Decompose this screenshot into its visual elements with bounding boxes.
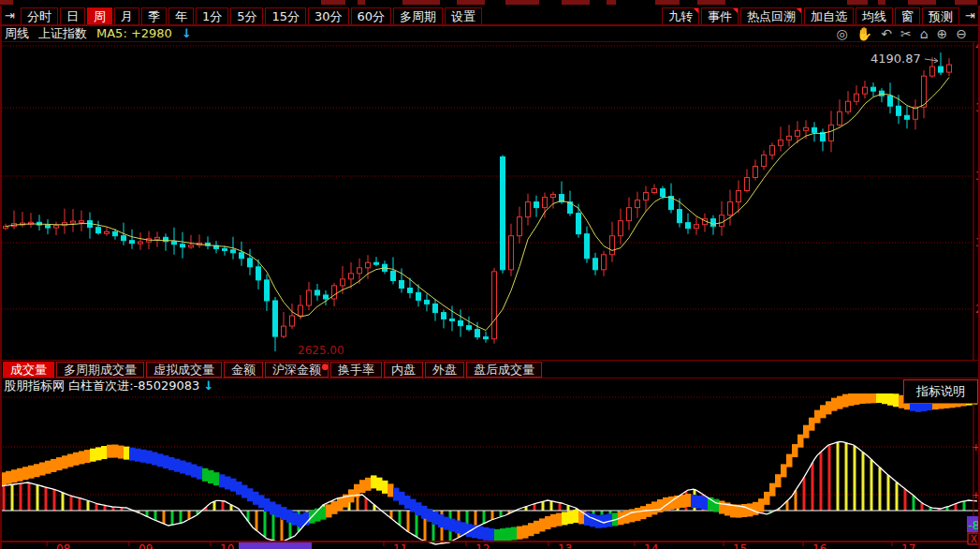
tab-金额[interactable]: 金额	[224, 362, 263, 378]
period-button-季[interactable]: 季	[141, 7, 167, 25]
indicator-ribbon-block	[292, 512, 299, 526]
tab-外盘[interactable]: 外盘	[425, 362, 464, 378]
ma5-down-arrow-icon: ↓	[182, 26, 192, 41]
indicator-ribbon-block	[696, 496, 703, 509]
jump-left-icon[interactable]: ⇥	[0, 8, 20, 22]
candle-body	[812, 127, 817, 132]
period-button-1分[interactable]: 1分	[196, 7, 228, 25]
indicator-ribbon-block	[887, 393, 894, 406]
indicator-ribbon-block	[225, 476, 231, 489]
indicator-ribbon-block	[107, 445, 113, 458]
main-candlestick-chart[interactable]: 425039003550320028504190.872625.00	[0, 42, 980, 360]
period-button-5分[interactable]: 5分	[230, 7, 263, 25]
indicator-ribbon-block	[567, 511, 574, 524]
indicator-ribbon-block	[281, 507, 287, 520]
period-button-分时[interactable]: 分时	[21, 7, 58, 25]
tool-button-窗[interactable]: 窗	[895, 7, 920, 25]
candle-body	[459, 320, 463, 325]
candle-body	[374, 262, 379, 264]
indicator-ribbon-block	[562, 512, 568, 525]
indicator-ribbon-block	[286, 510, 293, 523]
period-button-月[interactable]: 月	[114, 7, 139, 25]
indicator-ribbon-block	[730, 504, 737, 517]
jump-right-icon[interactable]: ⇥	[960, 8, 980, 22]
indicator-ribbon-block	[500, 528, 506, 542]
tab-内盘[interactable]: 内盘	[384, 362, 423, 378]
indicator-panel[interactable]: +5+3+108091011121314151617-8X	[0, 393, 980, 549]
candle-body	[863, 87, 868, 94]
period-button-15分[interactable]: 15分	[265, 7, 306, 25]
tab-虚拟成交量[interactable]: 虚拟成交量	[146, 362, 222, 378]
candle-body	[501, 156, 505, 269]
candle-body	[905, 115, 910, 119]
tool-button-热点回溯[interactable]: 热点回溯	[740, 7, 802, 25]
chart-tool-icons: ◎✋↶✂⌂⊕⊖	[836, 26, 980, 41]
indicator-ribbon-block	[236, 482, 242, 495]
indicator-ribbon-block	[62, 455, 68, 468]
period-button-多周期[interactable]: 多周期	[393, 7, 443, 25]
candle-body	[678, 210, 682, 223]
tab-换手率[interactable]: 换手率	[330, 362, 382, 378]
chart-title-row: 周线 上证指数 MA5: +2980 ↓ ◎✋↶✂⌂⊕⊖	[0, 26, 980, 41]
indicator-ribbon-block	[45, 461, 51, 474]
indicator-header: 股朋指标网 白柱首次进:-85029083 ↓	[0, 378, 980, 393]
indicator-ribbon-block	[534, 521, 540, 534]
period-button-周[interactable]: 周	[87, 7, 112, 25]
indicator-ribbon-block	[17, 468, 23, 482]
zoom-out-icon[interactable]: ⊖	[956, 26, 967, 41]
indicator-help-button[interactable]: 指标说明	[903, 379, 978, 404]
candle-body	[585, 234, 590, 259]
lock-icon[interactable]: ⌂	[920, 26, 929, 41]
tool-button-事件[interactable]: 事件	[701, 7, 739, 25]
period-button-日[interactable]: 日	[60, 7, 85, 25]
candle-body	[652, 189, 657, 193]
tab-成交量[interactable]: 成交量	[3, 362, 54, 378]
indicator-ribbon-block	[882, 393, 888, 404]
upper-toolbar-fragment	[878, 0, 885, 5]
period-button-设置[interactable]: 设置	[445, 7, 482, 25]
candle-body	[846, 101, 851, 111]
tab-盘后成交量[interactable]: 盘后成交量	[466, 362, 542, 378]
tool-button-加自选[interactable]: 加自选	[804, 7, 854, 25]
indicator-ribbon-block	[814, 410, 821, 423]
indicator-ribbon-block	[28, 466, 35, 479]
indicator-ribbon-block	[51, 459, 57, 472]
candle-body	[265, 280, 270, 301]
zoom-in-icon[interactable]: ⊕	[937, 26, 948, 41]
close-x-icon[interactable]: X	[971, 534, 977, 544]
indicator-ribbon-block	[640, 506, 647, 519]
indicator-ribbon-block	[129, 448, 136, 461]
tool-button-均线[interactable]: 均线	[856, 7, 893, 25]
scissors-icon[interactable]: ✂	[900, 26, 912, 41]
hand-icon[interactable]: ✋	[856, 26, 872, 41]
indicator-ribbon-block	[680, 495, 686, 508]
tool-button-预测[interactable]: 预测	[922, 7, 959, 25]
period-button-60分[interactable]: 60分	[351, 7, 392, 25]
period-button-年[interactable]: 年	[168, 7, 194, 25]
period-buttons: 分时日周月季年1分5分15分30分60分多周期设置	[20, 7, 483, 25]
tab-多周期成交量[interactable]: 多周期成交量	[56, 362, 144, 378]
indicator-ribbon-block	[112, 445, 119, 458]
undo-icon[interactable]: ↶	[881, 26, 892, 41]
tab-沪深金额[interactable]: 沪深金额●	[265, 362, 329, 378]
upper-toolbar-fragment	[955, 0, 977, 5]
indicator-ribbon-block	[197, 467, 203, 480]
candle-body	[240, 253, 244, 259]
candle-body	[273, 301, 278, 336]
indicator-ribbon-block	[331, 501, 338, 514]
eye-icon[interactable]: ◎	[836, 26, 847, 41]
period-button-30分[interactable]: 30分	[308, 7, 349, 25]
candle-body	[888, 96, 893, 106]
indicator-ribbon-block	[590, 513, 596, 527]
indicator-ribbon-block	[797, 435, 804, 448]
indicator-ribbon-block	[230, 479, 237, 492]
indicator-ribbon-block	[870, 393, 877, 403]
indicator-ribbon-block	[365, 478, 372, 491]
time-axis-year-label: 08	[56, 542, 70, 549]
new-dot-icon: ●	[321, 360, 329, 374]
indicator-ribbon-block	[118, 446, 124, 459]
candle-body	[897, 106, 901, 115]
indicator-ribbon-block	[168, 457, 175, 470]
indicator-ribbon-block	[792, 444, 798, 457]
tool-button-九转[interactable]: 九转	[662, 7, 699, 25]
